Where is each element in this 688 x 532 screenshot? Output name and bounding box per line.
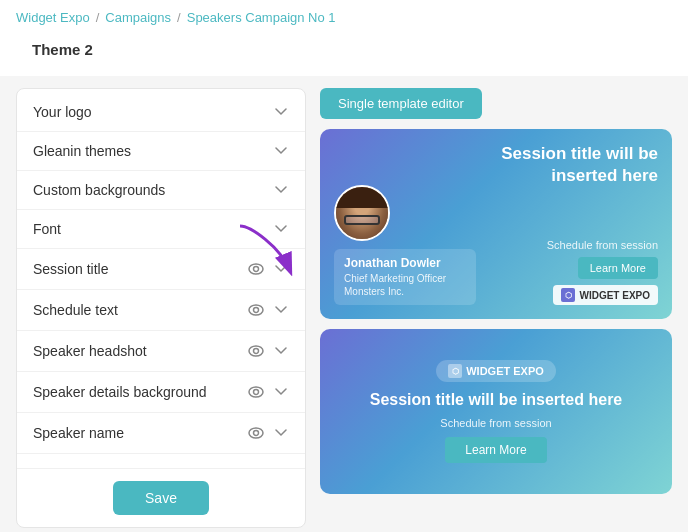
eye-icon[interactable] — [247, 465, 265, 468]
speaker-company: Monsters Inc. — [344, 285, 466, 298]
menu-item-label-gleanin-themes: Gleanin themes — [33, 143, 131, 159]
menu-item-label-speaker-details-bg: Speaker details background — [33, 384, 207, 400]
svg-point-2 — [249, 305, 263, 315]
menu-item-label-font: Font — [33, 221, 61, 237]
chevron-down-icon[interactable] — [273, 302, 289, 318]
menu-item-speaker-job-title[interactable]: Speaker job title — [17, 454, 305, 468]
preview-card-2: ⬡ WIDGET EXPO Session title will be inse… — [320, 329, 672, 494]
chevron-down-icon[interactable] — [273, 466, 289, 468]
svg-point-8 — [249, 428, 263, 438]
schedule-text-preview2: Schedule from session — [440, 417, 551, 429]
svg-point-1 — [254, 267, 259, 272]
menu-item-label-your-logo: Your logo — [33, 104, 92, 120]
menu-item-speaker-details-bg[interactable]: Speaker details background — [17, 372, 305, 413]
save-button[interactable]: Save — [113, 481, 209, 515]
save-area: Save — [17, 468, 305, 527]
svg-point-6 — [249, 387, 263, 397]
speaker-avatar — [334, 185, 390, 241]
menu-item-gleanin-themes[interactable]: Gleanin themes — [17, 132, 305, 171]
card2-logo: ⬡ WIDGET EXPO — [436, 360, 556, 382]
eye-icon[interactable] — [247, 383, 265, 401]
chevron-down-icon[interactable] — [273, 425, 289, 441]
menu-item-your-logo[interactable]: Your logo — [17, 93, 305, 132]
svg-point-7 — [254, 390, 259, 395]
menu-item-speaker-name[interactable]: Speaker name — [17, 413, 305, 454]
chevron-down-icon[interactable] — [273, 104, 289, 120]
menu-item-label-speaker-name: Speaker name — [33, 425, 124, 441]
page-title: Theme 2 — [16, 35, 672, 68]
svg-point-3 — [254, 308, 259, 313]
menu-item-custom-backgrounds[interactable]: Custom backgrounds — [17, 171, 305, 210]
breadcrumb-link-campaign[interactable]: Speakers Campaign No 1 — [187, 10, 336, 25]
learn-more-btn-preview1[interactable]: Learn More — [578, 257, 658, 279]
chevron-down-icon[interactable] — [273, 221, 289, 237]
session-title-preview2: Session title will be inserted here — [370, 390, 623, 411]
svg-point-5 — [254, 349, 259, 354]
speaker-name: Jonathan Dowler — [344, 256, 466, 270]
settings-panel: Your logoGleanin themesCustom background… — [16, 88, 306, 528]
menu-item-label-custom-backgrounds: Custom backgrounds — [33, 182, 165, 198]
card1-bottom: Schedule from session Learn More ⬡ WIDGE… — [547, 239, 658, 305]
menu-item-label-speaker-headshot: Speaker headshot — [33, 343, 147, 359]
breadcrumb-link-home[interactable]: Widget Expo — [16, 10, 90, 25]
eye-icon[interactable] — [247, 424, 265, 442]
preview-card-1: Jonathan Dowler Chief Marketing Officer … — [320, 129, 672, 319]
chevron-down-icon[interactable] — [273, 384, 289, 400]
menu-item-label-speaker-job-title: Speaker job title — [33, 466, 133, 468]
single-template-editor-button[interactable]: Single template editor — [320, 88, 482, 119]
chevron-down-icon[interactable] — [273, 182, 289, 198]
session-title-preview1: Session title will be inserted here — [500, 143, 658, 187]
menu-item-label-schedule-text: Schedule text — [33, 302, 118, 318]
chevron-down-icon[interactable] — [273, 143, 289, 159]
menu-item-speaker-headshot[interactable]: Speaker headshot — [17, 331, 305, 372]
breadcrumb: Widget Expo / Campaigns / Speakers Campa… — [0, 0, 688, 31]
svg-point-4 — [249, 346, 263, 356]
learn-more-btn-preview2[interactable]: Learn More — [445, 437, 546, 463]
eye-icon[interactable] — [247, 301, 265, 319]
chevron-down-icon[interactable] — [273, 261, 289, 277]
preview-panel: Single template editor Jonathan Dowler C… — [320, 88, 672, 528]
menu-item-session-title[interactable]: Session title — [17, 249, 305, 290]
eye-icon[interactable] — [247, 342, 265, 360]
menu-item-label-session-title: Session title — [33, 261, 108, 277]
logo-icon-preview1: ⬡ — [561, 288, 575, 302]
card1-left: Jonathan Dowler Chief Marketing Officer … — [320, 129, 490, 319]
svg-point-9 — [254, 431, 259, 436]
logo-icon-preview2: ⬡ — [448, 364, 462, 378]
menu-item-schedule-text[interactable]: Schedule text — [17, 290, 305, 331]
speaker-role: Chief Marketing Officer — [344, 272, 466, 285]
schedule-text-preview1: Schedule from session — [547, 239, 658, 251]
eye-icon[interactable] — [247, 260, 265, 278]
widget-expo-logo-preview1: ⬡ WIDGET EXPO — [553, 285, 658, 305]
svg-point-0 — [249, 264, 263, 274]
chevron-down-icon[interactable] — [273, 343, 289, 359]
menu-item-font[interactable]: Font — [17, 210, 305, 249]
speaker-info: Jonathan Dowler Chief Marketing Officer … — [334, 249, 476, 305]
menu-list: Your logoGleanin themesCustom background… — [17, 89, 305, 468]
breadcrumb-link-campaigns[interactable]: Campaigns — [105, 10, 171, 25]
card1-right: Session title will be inserted here Sche… — [490, 129, 672, 319]
